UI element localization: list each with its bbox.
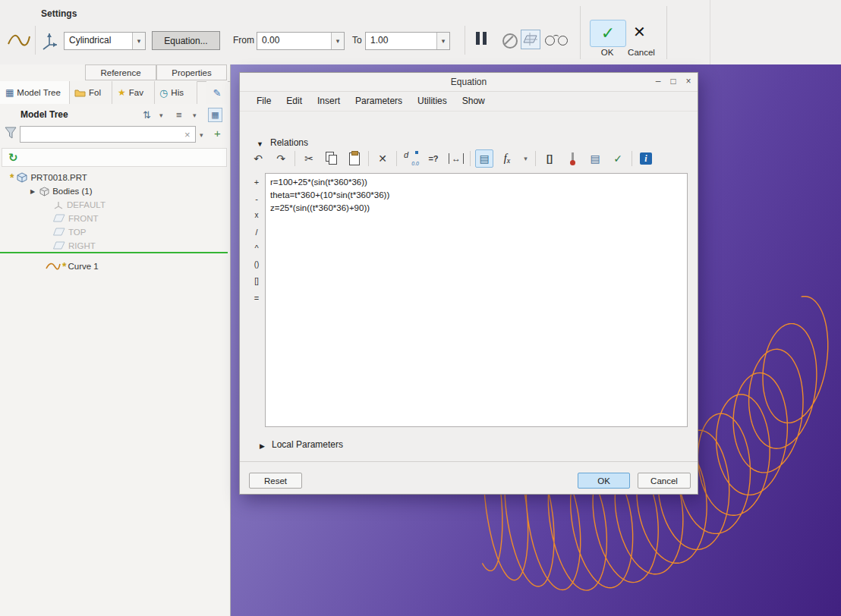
datum-plane-icon [521,30,540,49]
chevron-down-icon[interactable]: ▾ [436,33,449,49]
expand-arrow-icon[interactable]: ▶ [30,188,35,195]
chevron-down-icon[interactable]: ▾ [159,112,163,119]
to-label: To [352,35,362,46]
history-clock-icon: ◷ [159,87,168,99]
delete-icon[interactable]: ✕ [373,149,392,168]
equation-line: r=100+25*(sin(t*360*36)) [270,176,682,189]
paste-icon[interactable] [345,149,364,168]
relations-section-label[interactable]: Relations [270,137,308,148]
insert-function-icon[interactable]: fx [498,149,516,168]
tree-settings-toggle[interactable]: ▦ [208,108,222,122]
from-label: From [233,35,254,46]
copy-icon[interactable] [323,149,341,168]
tab-reference[interactable]: Reference [85,64,156,80]
operator-multiply-button[interactable]: x [250,211,263,219]
pause-icon[interactable] [476,32,488,46]
menu-file[interactable]: File [249,93,279,109]
undo-icon[interactable]: ↶ [249,149,267,168]
filter-funnel-icon[interactable] [5,127,17,140]
operator-power-button[interactable]: ^ [250,244,263,253]
divider [710,0,710,64]
maximize-icon[interactable]: □ [667,75,679,87]
no-preview-icon[interactable] [502,33,518,49]
relations-editor[interactable]: r=100+25*(sin(t*360*36)) theta=t*360+(10… [265,173,688,427]
equation-button[interactable]: Equation... [152,31,220,50]
collapse-arrow-icon[interactable]: ▼ [257,140,263,148]
nav-tab-model-tree[interactable]: ▦ Model Tree [0,81,70,104]
menu-parameters[interactable]: Parameters [348,93,410,109]
settings-menu[interactable]: Settings [41,8,77,19]
relations-toolbar: ↶ ↷ ✂ ✕ d0.0 =? ↔ ▤ fx ▾ [] ▤ ✓ i [249,149,655,168]
divider [465,26,465,55]
menu-show[interactable]: Show [455,93,493,109]
menu-edit[interactable]: Edit [279,93,310,109]
reset-button[interactable]: Reset [249,473,302,489]
units-thermometer-icon[interactable] [563,149,581,168]
dashboard-tabstrip: Reference Properties [0,64,230,82]
nav-tab-favorites[interactable]: ★ Fav [112,81,155,104]
ok-button[interactable]: ✓ [590,20,626,47]
tree-search-input[interactable] [20,126,196,143]
coordinate-system-icon[interactable] [39,30,59,50]
new-feature-asterisk-icon: * [10,174,14,181]
tab-properties[interactable]: Properties [156,64,227,80]
expand-arrow-icon[interactable]: ▶ [260,442,265,450]
to-combobox[interactable]: 1.00 ▾ [365,32,450,50]
tree-row-part[interactable]: * PRT0018.PRT [0,171,238,184]
redo-icon[interactable]: ↷ [272,149,290,168]
minimize-icon[interactable]: – [652,75,664,87]
dialog-cancel-button[interactable]: Cancel [638,473,691,489]
chevron-down-icon[interactable]: ▾ [200,131,203,139]
list-view-icon[interactable]: ≡ [176,109,182,121]
pencil-icon: ✎ [213,87,222,99]
datum-display-toggle[interactable] [521,30,540,49]
curve-type-combobox[interactable]: Cylindrical ▾ [64,32,146,50]
nav-tab-history[interactable]: ◷ His [155,81,197,104]
from-combobox[interactable]: 0.00 ▾ [257,32,345,50]
new-feature-asterisk-icon: * [62,262,66,270]
insert-brackets-icon[interactable]: [] [540,149,559,168]
cancel-button[interactable]: ✕ [633,23,646,41]
measure-icon[interactable]: ↔ [447,149,465,168]
dialog-menubar: File Edit Insert Parameters Utilities Sh… [240,91,698,112]
nav-tab-folder-browser[interactable]: Fol [70,81,112,104]
dialog-titlebar[interactable]: Equation – □ × [240,73,698,92]
divider [240,461,698,462]
local-parameters-section-label[interactable]: Local Parameters [272,439,343,450]
divider [580,6,581,59]
chevron-down-icon[interactable]: ▾ [132,33,145,49]
operator-divide-button[interactable]: / [250,228,263,237]
operator-plus-button[interactable]: + [250,178,263,187]
insert-here-indicator[interactable] [0,252,228,253]
info-icon[interactable]: i [637,149,655,168]
clear-search-icon[interactable]: × [184,129,191,140]
datum-plane-icon [53,241,65,250]
evaluate-icon[interactable]: =? [424,149,443,168]
operator-brackets-button[interactable]: [] [250,277,263,285]
operator-equals-button[interactable]: = [250,294,263,303]
equation-dialog: Equation – □ × File Edit Insert Paramete… [239,72,698,495]
verify-icon[interactable]: ✓ [609,149,627,168]
annotate-button[interactable]: ✎ [206,81,228,104]
cut-icon[interactable]: ✂ [300,149,318,168]
sort-filter-icon[interactable]: ⇅ [143,109,151,121]
glasses-icon[interactable] [545,35,568,46]
divider [666,6,667,59]
parameters-table-icon[interactable]: ▤ [586,149,604,168]
dialog-ok-button[interactable]: OK [578,473,630,489]
curve-type-value: Cylindrical [69,35,111,46]
operator-parens-button[interactable]: () [250,260,263,269]
menu-utilities[interactable]: Utilities [410,93,455,109]
close-icon[interactable]: × [682,75,695,87]
chevron-down-icon[interactable]: ▾ [193,112,197,119]
tree-row-bodies[interactable]: ▶ Bodies (1) [0,184,258,198]
insert-dimension-icon[interactable]: d0.0 [402,149,420,168]
chevron-down-icon[interactable]: ▾ [331,33,344,49]
chevron-down-icon[interactable]: ▾ [521,149,531,168]
folder-icon [74,88,86,97]
refresh-icon[interactable]: ↻ [8,151,18,165]
add-filter-icon[interactable]: + [214,127,221,140]
operator-minus-button[interactable]: - [250,194,263,203]
function-list-toggle-icon[interactable]: ▤ [475,149,493,168]
menu-insert[interactable]: Insert [310,93,348,109]
